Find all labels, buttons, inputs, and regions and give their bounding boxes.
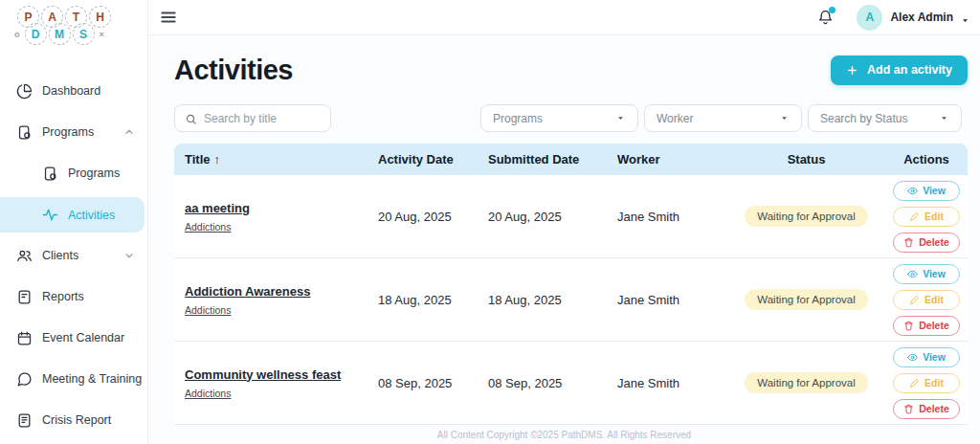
worker-cell: Jane Smith <box>617 376 727 390</box>
pencil-icon <box>909 378 920 388</box>
page-head: Activities Add an activity <box>174 49 968 91</box>
sidebar-item-programs-sub[interactable]: Programs <box>0 162 147 185</box>
delete-button[interactable]: Delete <box>893 233 960 253</box>
status-filter-dropdown[interactable]: Search by Status <box>808 104 962 132</box>
view-button[interactable]: View <box>893 264 960 284</box>
status-cell: Waiting for Approval <box>727 206 885 227</box>
sidebar-item-programs[interactable]: Programs <box>0 121 147 144</box>
sidebar-item-label: Meeting & Training <box>42 372 142 386</box>
sidebar-item-meeting-training[interactable]: Meeting & Training <box>0 367 147 390</box>
programs-filter-label: Programs <box>493 112 543 125</box>
activity-category-link[interactable]: Addictions <box>185 221 231 233</box>
search-box <box>174 104 331 132</box>
eye-icon <box>907 269 918 279</box>
sort-ascending-icon: ↑ <box>214 152 221 166</box>
main-area: A Alex Admin Activities Add an activity <box>148 0 980 444</box>
view-button[interactable]: View <box>893 181 960 201</box>
sidebar-item-label: Programs <box>68 166 120 180</box>
delete-button[interactable]: Delete <box>893 399 960 419</box>
edit-button[interactable]: Edit <box>893 373 960 393</box>
notification-dot <box>829 7 835 13</box>
programs-filter-dropdown[interactable]: Programs <box>480 104 638 132</box>
sidebar-item-label: Clients <box>42 249 78 262</box>
title-cell: Addiction Awareness Addictions <box>185 284 378 316</box>
sidebar-item-label: Activities <box>68 209 115 222</box>
status-badge: Waiting for Approval <box>745 206 867 227</box>
worker-filter-label: Worker <box>657 112 693 125</box>
sidebar-item-activities[interactable]: Activities <box>0 197 145 233</box>
activity-date-cell: 08 Sep, 2025 <box>378 376 488 390</box>
sidebar-item-label: Dashboard <box>42 84 100 98</box>
pie-chart-icon <box>16 83 33 100</box>
app-window: P A T H o D M S × Dashboard <box>0 0 980 444</box>
chevron-down-icon <box>123 250 135 261</box>
sidebar-item-label: Crisis Report <box>42 413 111 427</box>
add-activity-label: Add an activity <box>867 63 952 77</box>
clipboard-icon <box>16 124 33 141</box>
clipboard-icon <box>42 166 58 182</box>
activity-category-link[interactable]: Addictions <box>185 304 231 316</box>
activity-date-cell: 18 Aug, 2025 <box>378 293 488 307</box>
trash-icon <box>903 404 914 414</box>
eye-icon <box>907 186 918 196</box>
notification-bell-icon[interactable] <box>817 9 834 26</box>
search-input[interactable] <box>204 112 321 125</box>
pencil-icon <box>909 295 920 305</box>
column-header-worker[interactable]: Worker <box>617 152 727 166</box>
logo-letter: H <box>89 6 111 28</box>
status-filter-label: Search by Status <box>820 112 907 125</box>
sidebar-item-label: Reports <box>42 290 84 303</box>
sidebar-item-label: Event Calendar <box>42 331 124 344</box>
add-activity-button[interactable]: Add an activity <box>831 56 968 85</box>
column-header-title[interactable]: Title↑ <box>185 152 378 166</box>
logo-row-bottom: o D M S × <box>11 23 147 45</box>
sidebar-item-dashboard[interactable]: Dashboard <box>0 79 147 102</box>
activity-title-link[interactable]: Addiction Awareness <box>185 284 310 299</box>
edit-button[interactable]: Edit <box>893 207 960 227</box>
status-cell: Waiting for Approval <box>727 289 885 310</box>
activity-title-link[interactable]: Community wellness feast <box>185 367 341 382</box>
topbar: A Alex Admin <box>148 0 980 35</box>
user-menu[interactable]: A Alex Admin <box>857 5 970 31</box>
report-icon <box>16 412 33 429</box>
view-button[interactable]: View <box>893 347 960 367</box>
worker-filter-dropdown[interactable]: Worker <box>644 104 802 132</box>
column-header-actions: Actions <box>885 152 968 166</box>
sidebar-item-clients[interactable]: Clients <box>0 244 147 267</box>
pulse-icon <box>42 207 58 223</box>
actions-cell: View Edit Delete <box>885 181 968 253</box>
sidebar-item-reports[interactable]: Reports <box>0 285 147 308</box>
page-title: Activities <box>174 55 293 86</box>
activity-date-cell: 20 Aug, 2025 <box>378 210 488 224</box>
calendar-icon <box>16 330 33 346</box>
logo-left-mark: o <box>14 30 20 39</box>
status-badge: Waiting for Approval <box>745 372 867 393</box>
sidebar-item-label: Programs <box>42 125 94 139</box>
filter-row: Programs Worker Search by Status <box>174 104 968 132</box>
user-name: Alex Admin <box>890 11 953 24</box>
actions-cell: View Edit Delete <box>885 347 968 419</box>
status-badge: Waiting for Approval <box>745 289 867 310</box>
activity-title-link[interactable]: aa meeting <box>185 201 250 215</box>
sidebar: P A T H o D M S × Dashboard <box>0 0 148 444</box>
edit-button[interactable]: Edit <box>893 290 960 310</box>
worker-cell: Jane Smith <box>617 293 727 307</box>
activity-category-link[interactable]: Addictions <box>185 388 231 399</box>
sidebar-item-crisis-report[interactable]: Crisis Report <box>0 409 147 432</box>
caret-down-icon <box>939 113 949 123</box>
title-cell: aa meeting Addictions <box>185 201 378 233</box>
logo-letter: S <box>73 23 95 45</box>
users-icon <box>16 248 33 264</box>
delete-button[interactable]: Delete <box>893 316 960 336</box>
column-header-status[interactable]: Status <box>727 152 885 166</box>
column-header-submitted-date[interactable]: Submitted Date <box>488 152 617 166</box>
sidebar-item-event-calendar[interactable]: Event Calendar <box>0 326 147 349</box>
hamburger-menu-icon[interactable] <box>159 8 178 27</box>
chat-bubble-icon <box>16 371 33 388</box>
caret-down-icon <box>615 113 626 123</box>
logo-right-mark: × <box>100 30 104 39</box>
column-header-activity-date[interactable]: Activity Date <box>378 152 488 166</box>
submitted-date-cell: 20 Aug, 2025 <box>488 210 617 224</box>
trash-icon <box>903 237 914 248</box>
logo-letter: M <box>49 23 71 45</box>
